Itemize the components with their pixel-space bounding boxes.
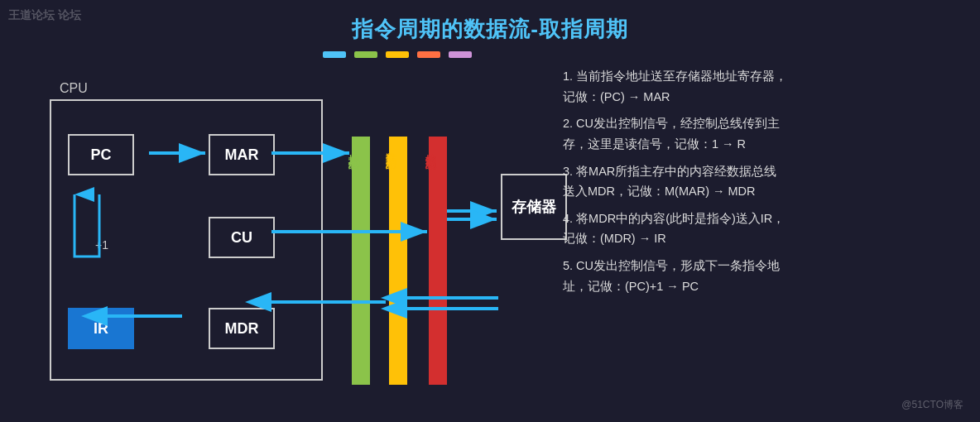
pc-box: PC bbox=[68, 134, 134, 175]
mar-box: MAR bbox=[209, 134, 275, 175]
addr-bus-line bbox=[352, 137, 370, 385]
ctrl-bus-line bbox=[429, 137, 447, 385]
note-5: 5. CU发出控制信号，形成下一条指令地址，记做：(PC)+1 → PC bbox=[563, 256, 960, 296]
slide: 王道论坛 论坛 指令周期的数据流-取指周期 CPU PC MAR CU IR M… bbox=[0, 0, 980, 422]
color-bar-2 bbox=[354, 51, 377, 58]
note-3: 3. 将MAR所指主存中的内容经数据总线送入MDR，记做：M(MAR) → MD… bbox=[563, 161, 960, 202]
mdr-box: MDR bbox=[209, 308, 275, 349]
color-bar-5 bbox=[449, 51, 472, 58]
diagram-area: CPU PC MAR CU IR MDR 存储器 地址总线 数据总线 控制总线 … bbox=[25, 66, 555, 397]
note-1: 1. 当前指令地址送至存储器地址寄存器，记做：(PC) → MAR bbox=[563, 66, 960, 107]
data-bus-label: 数据总线 bbox=[383, 145, 398, 151]
page-title: 指令周期的数据流-取指周期 bbox=[0, 15, 980, 44]
data-bus-line bbox=[389, 137, 407, 385]
watermark: 王道论坛 论坛 bbox=[8, 8, 81, 23]
ctrl-bus-label: 控制总线 bbox=[423, 145, 438, 151]
note-4: 4. 将MDR中的内容(此时是指令)送入IR，记做：(MDR) → IR bbox=[563, 209, 960, 249]
memory-box: 存储器 bbox=[501, 174, 567, 240]
notes-area: 1. 当前指令地址送至存储器地址寄存器，记做：(PC) → MAR 2. CU发… bbox=[563, 66, 960, 303]
note-2: 2. CU发出控制信号，经控制总线传到主存，这里是读信号，记做：1 → R bbox=[563, 113, 960, 154]
color-bar-1 bbox=[323, 51, 346, 58]
color-bar-4 bbox=[417, 51, 440, 58]
cpu-box: CPU PC MAR CU IR MDR bbox=[50, 99, 323, 381]
plus-one-label: +1 bbox=[95, 238, 108, 252]
color-bars bbox=[323, 51, 472, 58]
ir-box: IR bbox=[68, 308, 134, 349]
color-bar-3 bbox=[386, 51, 409, 58]
addr-bus-label: 地址总线 bbox=[346, 145, 361, 151]
bottom-credit: @51CTO博客 bbox=[901, 398, 963, 412]
cu-box: CU bbox=[209, 217, 275, 258]
cpu-label: CPU bbox=[60, 81, 88, 96]
